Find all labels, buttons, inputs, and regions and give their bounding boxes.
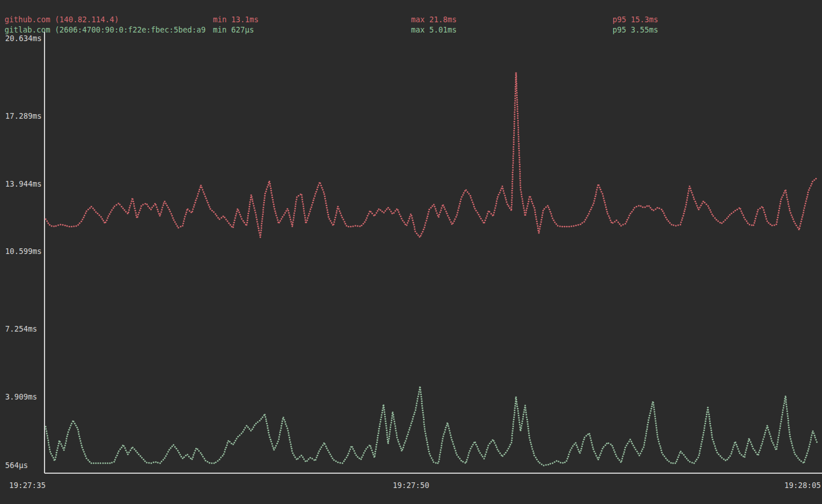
latency-chart: [0, 0, 822, 504]
x-axis-label: 19:27:50: [393, 481, 429, 490]
y-axis-label: 7.254ms: [5, 325, 37, 333]
x-axis-label: 19:27:35: [9, 481, 46, 490]
y-axis-label: 13.944ms: [5, 180, 42, 188]
y-axis-label: 17.289ms: [5, 112, 42, 120]
y-axis-label: 564µs: [5, 461, 28, 470]
y-axis-label: 10.599ms: [5, 247, 42, 256]
x-axis-label: 19:28:05: [784, 481, 821, 490]
y-axis-label: 20.634ms: [5, 34, 42, 43]
gping-terminal-window: github.com (140.82.114.4) min 13.1ms max…: [0, 0, 822, 504]
y-axis-label: 3.909ms: [5, 393, 37, 401]
